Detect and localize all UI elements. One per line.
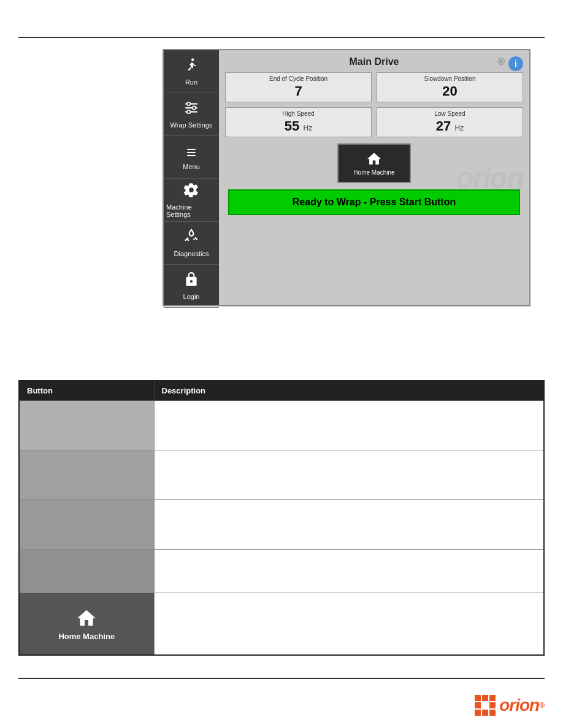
svg-point-6: [187, 110, 190, 113]
info-table: Button Description: [18, 380, 545, 656]
high-speed-box[interactable]: High Speed 55 Hz: [225, 107, 372, 137]
sidebar-label-machine-settings: Machine Settings: [166, 203, 216, 218]
high-speed-unit: Hz: [303, 124, 312, 132]
hmi-main-content: orion Main Drive ® i End of Cycle Positi…: [219, 50, 529, 305]
menu-icon: ≡: [186, 144, 196, 161]
home-machine-table-cell: Home Machine: [20, 593, 154, 654]
orion-logo-text: orion: [499, 696, 539, 715]
sidebar-label-diagnostics: Diagnostics: [174, 250, 209, 257]
sidebar-item-menu[interactable]: ≡ Menu: [164, 136, 219, 179]
low-speed-box[interactable]: Low Speed 27 Hz: [377, 107, 523, 137]
top-divider: [18, 37, 545, 38]
home-machine-button[interactable]: Home Machine: [337, 143, 411, 183]
wrap-settings-icon: [183, 100, 199, 119]
hmi-screen: Run Wrap Settings ≡ Menu: [163, 49, 530, 306]
high-speed-value: 55 Hz: [231, 118, 366, 134]
orion-logo-icon: [475, 695, 496, 716]
slowdown-position-box[interactable]: Slowdown Position 20: [377, 72, 523, 102]
hmi-title-bar: Main Drive ® i: [225, 56, 523, 67]
table-cell-desc-2: [154, 450, 544, 500]
table-cell-icon-5: Home Machine: [19, 593, 154, 656]
registered-icon: ®: [497, 56, 505, 67]
table-row: [19, 550, 544, 593]
logo-square-3: [489, 695, 496, 701]
machine-settings-icon: [183, 182, 199, 202]
table-cell-icon-2: [19, 450, 154, 500]
low-speed-value: 27 Hz: [382, 118, 518, 134]
login-icon: [183, 271, 199, 291]
bottom-divider: [18, 678, 545, 679]
hmi-title: Main Drive: [350, 56, 399, 67]
sidebar-label-wrap-settings: Wrap Settings: [170, 121, 213, 129]
sidebar-label-run: Run: [185, 78, 197, 86]
low-speed-label: Low Speed: [382, 110, 518, 117]
table-cell-desc-4: [154, 550, 544, 593]
end-of-cycle-label: End of Cycle Position: [231, 75, 366, 82]
sidebar-label-login: Login: [183, 293, 200, 300]
table-cell-desc-1: [154, 401, 544, 450]
table-row: [19, 401, 544, 450]
svg-point-0: [191, 58, 194, 61]
bottom-logo: orion®: [475, 695, 545, 716]
end-of-cycle-box[interactable]: End of Cycle Position 7: [225, 72, 372, 102]
home-machine-label: Home Machine: [353, 169, 394, 176]
info-button[interactable]: i: [508, 56, 523, 71]
end-of-cycle-value: 7: [231, 83, 366, 99]
slowdown-label: Slowdown Position: [382, 75, 518, 82]
diagnostics-icon: [183, 229, 199, 248]
sidebar-item-run[interactable]: Run: [164, 50, 219, 93]
sidebar-item-login[interactable]: Login: [164, 265, 219, 308]
info-table-section: Button Description: [18, 380, 545, 656]
logo-square-5: [482, 702, 488, 708]
logo-square-9: [489, 710, 496, 716]
low-speed-unit: Hz: [454, 124, 464, 132]
sidebar-item-wrap-settings[interactable]: Wrap Settings: [164, 93, 219, 136]
logo-square-4: [475, 702, 481, 708]
logo-square-2: [482, 695, 488, 701]
table-header-button: Button: [19, 381, 154, 401]
logo-square-8: [482, 710, 488, 716]
slowdown-value: 20: [382, 83, 518, 99]
table-header-description: Description: [154, 381, 544, 401]
table-row: [19, 500, 544, 550]
hmi-sidebar: Run Wrap Settings ≡ Menu: [164, 50, 219, 305]
table-cell-desc-3: [154, 500, 544, 550]
status-message: Ready to Wrap - Press Start Button: [293, 197, 456, 207]
sidebar-item-machine-settings[interactable]: Machine Settings: [164, 179, 219, 222]
table-row: Home Machine: [19, 593, 544, 656]
table-cell-icon-1: [19, 401, 154, 450]
logo-square-1: [475, 695, 481, 701]
table-cell-icon-4: [19, 550, 154, 593]
status-bar: Ready to Wrap - Press Start Button: [228, 189, 520, 215]
home-machine-table-label: Home Machine: [58, 632, 115, 641]
sidebar-item-diagnostics[interactable]: Diagnostics: [164, 222, 219, 265]
logo-square-7: [475, 710, 481, 716]
svg-point-4: [187, 102, 190, 105]
high-speed-label: High Speed: [231, 110, 366, 117]
table-cell-desc-5: [154, 593, 544, 656]
params-grid: End of Cycle Position 7 Slowdown Positio…: [225, 72, 523, 137]
table-cell-icon-3: [19, 500, 154, 550]
table-row: [19, 450, 544, 500]
logo-square-6: [489, 702, 496, 708]
run-icon: [183, 57, 199, 77]
svg-point-5: [193, 106, 196, 109]
sidebar-label-menu: Menu: [183, 163, 200, 170]
